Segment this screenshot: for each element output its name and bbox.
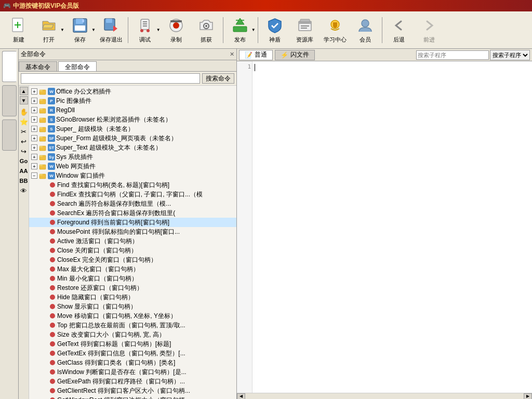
leaf-icon — [50, 267, 55, 272]
tree-item-closeex[interactable]: CloseEx 完全关闭窗口（窗口句柄） — [29, 255, 236, 264]
open-arrow[interactable]: ▼ — [60, 28, 64, 32]
tree-item-close[interactable]: Close 关闭窗口（窗口句柄） — [29, 246, 236, 255]
eye-icon[interactable]: 👁 — [20, 187, 28, 195]
scroll-up-button[interactable]: ▲ — [20, 87, 28, 95]
panel-close-button[interactable]: ✕ — [230, 51, 234, 58]
resources-button[interactable]: 资源库 — [290, 14, 320, 46]
tree-item-find[interactable]: Find 查找窗口句柄(类名, 标题)[窗口句柄] — [29, 180, 236, 190]
search-input[interactable] — [21, 73, 200, 84]
tab-hexfile[interactable]: ⚡ 闪文件 — [275, 50, 315, 60]
search-button[interactable]: 搜索命令 — [202, 73, 234, 84]
tree-item-mousepoint[interactable]: MousePoint 得到鼠标指向的窗口句柄[窗口... — [29, 227, 236, 236]
capture-label: 抓获 — [201, 36, 212, 44]
panel-tabs: 基本命令 全部命令 — [19, 60, 236, 72]
back-button[interactable]: 后退 — [384, 14, 414, 46]
expand-superform[interactable]: + — [31, 135, 37, 141]
expand-supertext[interactable]: + — [31, 144, 37, 151]
tree-item-getexepath[interactable]: GetExePath 得到窗口程序路径（窗口句柄）... — [29, 377, 236, 386]
search-subprogram-input[interactable] — [416, 50, 489, 60]
go-icon[interactable]: Go — [20, 157, 28, 165]
tab-normal[interactable]: 📝 普通 — [239, 50, 273, 60]
superform-folder-icon — [38, 134, 47, 142]
expand-window[interactable]: − — [31, 172, 37, 179]
save-exit-button[interactable]: 保存退出 — [97, 14, 126, 46]
tree-item-office[interactable]: + W Office 办公文档插件 — [29, 87, 236, 96]
svg-rect-8 — [106, 19, 112, 23]
tree-item-max[interactable]: Max 最大化窗口（窗口句柄） — [29, 264, 236, 274]
new-button[interactable]: 新建 — [4, 14, 33, 46]
tree-item-size[interactable]: Size 改变窗口大小（窗口句柄, 宽, 高） — [29, 330, 236, 339]
expand-sys[interactable]: + — [31, 154, 37, 160]
tree-item-restore[interactable]: Restore 还原窗口（窗口句柄） — [29, 283, 236, 292]
expand-office[interactable]: + — [31, 88, 37, 95]
save-button[interactable]: 保存 — [65, 14, 95, 46]
tree-item-pic[interactable]: + P Pic 图像插件 — [29, 96, 236, 105]
tree-item-super[interactable]: + S Super_ 超级模块（未签名） — [29, 124, 236, 134]
debug-arrow[interactable]: ▼ — [156, 28, 161, 32]
svg-rect-53 — [39, 174, 43, 176]
capture-button[interactable]: 抓获 — [192, 14, 221, 46]
tree-item-regdll[interactable]: + R RegDll — [29, 105, 236, 115]
tree-item-supertext[interactable]: + ST Super_Text 超级模块_文本（未签名） — [29, 143, 236, 152]
tree-item-iswindow[interactable]: IsWindow 判断窗口是否存在（窗口句柄）[是... — [29, 367, 236, 377]
bb-icon[interactable]: BB — [20, 177, 28, 185]
tree-item-getclass[interactable]: GetClass 得到窗口类名（窗口句柄）[类名] — [29, 358, 236, 367]
tree-item-superform[interactable]: + SF Super_Form 超级模块_网页项表（未签名） — [29, 134, 236, 143]
tree-item-findex[interactable]: FindEx 查找窗口句柄（父窗口, 子窗口, 字窗口...（模 — [29, 190, 236, 199]
tree-item-hide[interactable]: Hide 隐藏窗口（窗口句柄） — [29, 292, 236, 302]
tree-item-web[interactable]: + W Web 网页插件 — [29, 162, 236, 171]
tab-all[interactable]: 全部命令 — [58, 61, 97, 71]
expand-sguobrowser[interactable]: + — [31, 116, 37, 123]
sys-label: Sys 系统插件 — [56, 153, 93, 162]
tree-item-getclientrect[interactable]: GetClientRect 得到窗口客户区大小（窗口句柄... — [29, 386, 236, 395]
tree-item-getwindowrect[interactable]: GetWindowRect 得到窗口边框大小（窗口句柄... — [29, 395, 236, 399]
sidebar-tab-script[interactable]: 脚本 — [2, 51, 17, 82]
tree-item-sguobrowser[interactable]: + S SGnoBrowser 松果浏览器插件（未签名） — [29, 115, 236, 124]
record-label: 录制 — [170, 36, 182, 44]
expand-pic[interactable]: + — [31, 98, 37, 104]
svg-rect-17 — [170, 20, 182, 22]
expand-super[interactable]: + — [31, 126, 37, 132]
scroll-down-button[interactable]: ▼ — [20, 96, 28, 104]
member-button[interactable]: 会员 — [351, 14, 380, 46]
tree-item-top[interactable]: Top 把窗口总放在最前面（窗口句柄, 置顶/取... — [29, 321, 236, 330]
scroll-left-button[interactable]: ◀ — [237, 393, 245, 400]
save-arrow[interactable]: ▼ — [91, 28, 96, 32]
learn-button[interactable]: 学习中心 — [321, 14, 350, 46]
star-icon[interactable]: ⭐ — [20, 117, 28, 126]
tree-item-gettext[interactable]: GetText 得到窗口标题（窗口句柄）[标题] — [29, 339, 236, 349]
code-area[interactable] — [252, 61, 532, 393]
tree-item-searchex[interactable]: SearchEx 遍历符合窗口标题保存到数组里( — [29, 208, 236, 218]
expand-regdll[interactable]: + — [31, 107, 37, 113]
tree-item-min[interactable]: Min 最小化窗口（窗口句柄） — [29, 274, 236, 283]
tree-item-show[interactable]: Show 显示窗口（窗口句柄） — [29, 302, 236, 311]
publish-button[interactable]: 发布 — [225, 14, 255, 46]
hand-icon[interactable]: ✋ — [20, 108, 28, 116]
expand-web[interactable]: + — [31, 163, 37, 169]
sidebar-tab-attachment[interactable]: 附件 — [2, 119, 17, 151]
aa-icon[interactable]: AA — [20, 167, 28, 175]
debug-button[interactable]: 调试 — [130, 14, 159, 46]
svg-rect-5 — [75, 25, 85, 31]
tree-item-active[interactable]: Active 激活窗口（窗口句柄） — [29, 236, 236, 246]
tree-item-search[interactable]: Search 遍历符合标题保存到数组里（模... — [29, 199, 236, 208]
tree-item-window[interactable]: − W Window 窗口插件 — [29, 171, 236, 180]
text-cursor — [255, 64, 255, 71]
record-button[interactable]: 录制 — [162, 14, 191, 46]
publish-arrow[interactable]: ▼ — [251, 28, 256, 32]
open-button[interactable]: 打开 — [34, 14, 63, 46]
horizontal-scrollbar[interactable]: ◀ ▶ — [237, 393, 532, 399]
tree-item-sys[interactable]: + Sy Sys 系统插件 — [29, 152, 236, 162]
tree-item-move[interactable]: Move 移动窗口（窗口句柄, X坐标, Y坐标） — [29, 311, 236, 321]
scroll-right-button[interactable]: ▶ — [524, 393, 532, 400]
shendun-button[interactable]: 神盾 — [260, 14, 289, 46]
redo-icon[interactable]: ↪ — [20, 147, 28, 155]
sidebar-tab-interface[interactable]: 界面 — [2, 85, 17, 116]
undo-icon[interactable]: ↩ — [20, 137, 28, 145]
tree-item-gettextex[interactable]: GetTextEx 得到窗口信息（窗口句柄, 类型）[... — [29, 349, 236, 358]
search-subprogram-select[interactable]: 搜索子程序 — [490, 50, 530, 60]
cut-icon[interactable]: ✂ — [20, 127, 28, 136]
tree-item-foreground[interactable]: Foreground 得到当前窗口句柄[窗口句柄] — [29, 218, 236, 227]
forward-button[interactable]: 前进 — [415, 14, 444, 46]
tab-basic[interactable]: 基本命令 — [19, 61, 57, 71]
